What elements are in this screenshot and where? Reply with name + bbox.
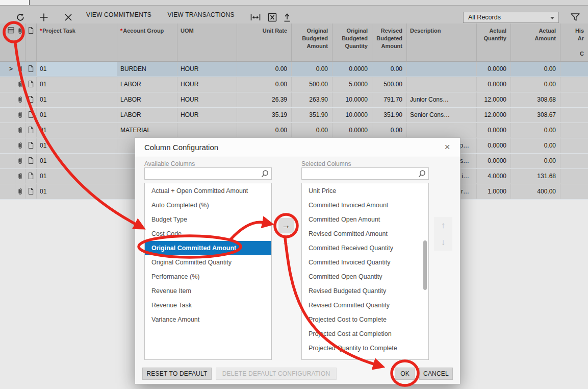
- note-icon[interactable]: [25, 77, 37, 91]
- cell-actual-quantity[interactable]: 0.0000: [477, 154, 511, 168]
- records-filter-select[interactable]: All Records: [463, 12, 559, 23]
- selected-search-input[interactable]: [304, 168, 417, 180]
- cell-uom[interactable]: HOUR: [177, 62, 237, 76]
- cell-account-group[interactable]: LABOR: [117, 108, 177, 122]
- header-actual-quantity[interactable]: Actual Quantity: [477, 23, 511, 61]
- header-uom[interactable]: UOM: [177, 23, 237, 61]
- paperclip-icon[interactable]: [15, 123, 25, 137]
- cell-project-task[interactable]: 01: [37, 154, 117, 168]
- cell-project-task[interactable]: 01: [37, 169, 117, 183]
- cell-actual-amount[interactable]: 0.00: [511, 123, 560, 137]
- cell-truncated[interactable]: [560, 77, 588, 91]
- cell-actual-quantity[interactable]: 12.0000: [477, 92, 511, 107]
- list-item[interactable]: Projected Quantity to Complete: [302, 341, 428, 355]
- dialog-close-icon[interactable]: ×: [441, 138, 454, 157]
- list-item[interactable]: Revised Committed Quantity: [302, 298, 428, 312]
- cell-account-group[interactable]: BURDEN: [117, 62, 177, 76]
- note-icon[interactable]: [25, 169, 37, 183]
- reset-to-default-button[interactable]: RESET TO DEFAULT: [142, 368, 212, 380]
- cell-unit-rate[interactable]: 0.00: [237, 123, 292, 137]
- paperclip-icon[interactable]: [15, 138, 25, 153]
- cell-original-budgeted-amount[interactable]: 351.90: [292, 108, 333, 122]
- upload-icon[interactable]: [281, 11, 293, 23]
- cell-actual-amount[interactable]: 0.00: [511, 138, 560, 153]
- cell-original-budgeted-quantity[interactable]: 0.0000: [333, 62, 372, 76]
- move-left-button[interactable]: ←: [278, 235, 294, 250]
- cell-account-group[interactable]: MATERIAL: [117, 123, 177, 137]
- cell-unit-rate[interactable]: 35.19: [237, 108, 292, 122]
- cell-description[interactable]: [407, 123, 477, 137]
- cancel-button[interactable]: CANCEL: [419, 368, 453, 380]
- export-to-excel-icon[interactable]: [266, 11, 278, 23]
- cell-actual-amount[interactable]: 0.00: [511, 62, 560, 76]
- cell-truncated[interactable]: [560, 154, 588, 168]
- row-selector-cell[interactable]: [7, 138, 15, 153]
- header-actual-amount[interactable]: Actual Amount: [511, 23, 560, 61]
- note-icon[interactable]: [25, 184, 37, 199]
- list-item[interactable]: Committed Received Quantity: [302, 241, 428, 255]
- cell-truncated[interactable]: [560, 62, 588, 76]
- paperclip-icon[interactable]: [15, 154, 25, 168]
- cell-truncated[interactable]: [560, 92, 588, 107]
- cell-description[interactable]: Senior Cons…: [407, 108, 477, 122]
- list-item[interactable]: Committed Open Amount: [302, 212, 428, 227]
- cell-original-budgeted-amount[interactable]: 500.00: [292, 77, 333, 91]
- cell-revised-budgeted-amount[interactable]: 0.00: [372, 62, 407, 76]
- cell-revised-budgeted-amount[interactable]: 0.00: [372, 123, 407, 137]
- row-selector-cell[interactable]: [7, 169, 15, 183]
- note-icon[interactable]: [25, 123, 37, 137]
- fit-to-width-icon[interactable]: [249, 11, 262, 23]
- header-description[interactable]: Description: [407, 23, 477, 61]
- cell-uom[interactable]: HOUR: [177, 77, 237, 91]
- list-item[interactable]: Committed Open Quantity: [302, 270, 428, 284]
- note-icon[interactable]: [25, 92, 37, 107]
- cell-description[interactable]: [407, 77, 477, 91]
- cell-original-budgeted-quantity[interactable]: 0.0000: [333, 123, 372, 137]
- cell-actual-amount[interactable]: 131.68: [511, 169, 560, 183]
- header-original-budgeted-quantity[interactable]: Original Budgeted Quantity: [333, 23, 372, 61]
- available-columns-search[interactable]: [144, 167, 272, 180]
- row-selector-cell[interactable]: >: [7, 62, 15, 76]
- table-row[interactable]: 01 MATERIAL 0.00 0.00 0.0000 0.00 0.0000…: [0, 123, 588, 138]
- cell-revised-budgeted-amount[interactable]: 791.70: [372, 92, 407, 107]
- cell-original-budgeted-quantity[interactable]: 10.0000: [333, 92, 372, 107]
- cell-revised-budgeted-amount[interactable]: 500.00: [372, 77, 407, 91]
- move-down-button[interactable]: ↓: [434, 234, 452, 251]
- header-project-task[interactable]: *Project Task: [37, 23, 117, 61]
- header-unit-rate[interactable]: Unit Rate: [237, 23, 292, 61]
- cell-actual-amount[interactable]: 308.67: [511, 108, 560, 122]
- header-revised-budgeted-amount[interactable]: Revised Budgeted Amount: [372, 23, 407, 61]
- header-truncated-column[interactable]: His Ar C: [560, 23, 588, 61]
- list-item[interactable]: Projected Cost at Completion: [302, 327, 428, 341]
- cell-truncated[interactable]: [560, 184, 588, 199]
- list-item[interactable]: Performance (%): [145, 270, 271, 284]
- cell-actual-amount[interactable]: 0.00: [511, 77, 560, 91]
- cell-uom[interactable]: HOUR: [177, 92, 237, 107]
- list-item[interactable]: Unit Price: [302, 184, 428, 198]
- paperclip-icon[interactable]: [15, 108, 25, 122]
- header-original-budgeted-amount[interactable]: Original Budgeted Amount: [292, 23, 333, 61]
- cell-actual-quantity[interactable]: 0.0000: [477, 77, 511, 91]
- paperclip-icon[interactable]: [15, 169, 25, 183]
- list-item[interactable]: Actual + Open Committed Amount: [145, 184, 271, 198]
- view-commitments-button[interactable]: VIEW COMMITMENTS: [81, 6, 157, 23]
- cell-project-task[interactable]: 01: [37, 77, 117, 91]
- list-item[interactable]: Original Committed Quantity: [145, 255, 271, 270]
- view-transactions-button[interactable]: VIEW TRANSACTIONS: [162, 6, 240, 23]
- cell-project-task[interactable]: 01: [37, 138, 117, 153]
- filter-settings-icon[interactable]: [569, 11, 581, 23]
- list-item[interactable]: Revenue Item: [145, 284, 271, 298]
- list-item[interactable]: Projected Cost to Complete: [302, 312, 428, 327]
- note-icon[interactable]: [25, 154, 37, 168]
- cell-project-task[interactable]: 01: [37, 92, 117, 107]
- cell-truncated[interactable]: [560, 108, 588, 122]
- cell-original-budgeted-quantity[interactable]: 10.0000: [333, 108, 372, 122]
- cell-actual-quantity[interactable]: 12.0000: [477, 108, 511, 122]
- row-selector-cell[interactable]: [7, 154, 15, 168]
- note-icon[interactable]: [25, 108, 37, 122]
- cell-unit-rate[interactable]: 0.00: [237, 77, 292, 91]
- cell-account-group[interactable]: LABOR: [117, 77, 177, 91]
- cell-unit-rate[interactable]: 26.39: [237, 92, 292, 107]
- cell-original-budgeted-amount[interactable]: 0.00: [292, 123, 333, 137]
- cell-truncated[interactable]: [560, 169, 588, 183]
